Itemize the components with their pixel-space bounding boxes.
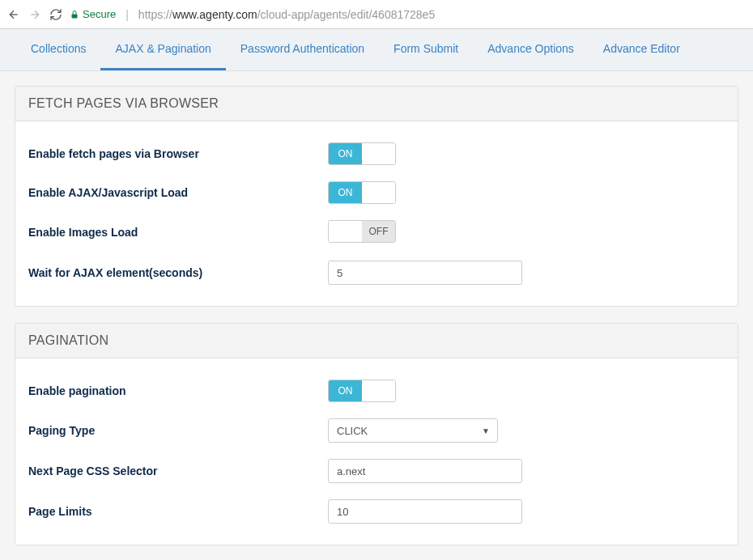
tab-form-submit[interactable]: Form Submit xyxy=(379,29,473,70)
row-page-limits: Page Limits xyxy=(28,491,725,532)
label-next-css: Next Page CSS Selector xyxy=(28,465,328,477)
panel-body-fetch: Enable fetch pages via Browser ON Enable… xyxy=(15,121,738,306)
panel-header-pagination: PAGINATION xyxy=(15,324,738,358)
toggle-on-label: ON xyxy=(329,143,362,164)
panel-pagination: PAGINATION Enable pagination ON Paging T… xyxy=(15,323,738,545)
row-enable-pagination: Enable pagination ON xyxy=(28,371,725,410)
toggle-off-label: OFF xyxy=(362,221,395,242)
row-next-css: Next Page CSS Selector xyxy=(28,451,725,491)
input-next-css[interactable] xyxy=(328,459,522,483)
label-page-limits: Page Limits xyxy=(28,505,328,518)
lock-icon xyxy=(70,10,79,19)
row-wait-ajax: Wait for AJAX element(seconds) xyxy=(28,252,725,293)
url-divider: | xyxy=(126,8,129,21)
row-enable-ajax: Enable AJAX/Javascript Load ON xyxy=(28,173,725,212)
tab-password-authentication[interactable]: Password Authentication xyxy=(226,29,379,70)
tabs-bar: Collections AJAX & Pagination Password A… xyxy=(0,29,753,71)
input-wait-ajax[interactable] xyxy=(328,261,522,285)
tab-ajax-pagination[interactable]: AJAX & Pagination xyxy=(100,29,225,70)
row-enable-browser: Enable fetch pages via Browser ON xyxy=(28,134,725,173)
url-path: /cloud-app/agents/edit/46081728e5 xyxy=(257,8,436,21)
url-prefix: https:// xyxy=(138,8,172,21)
forward-icon[interactable] xyxy=(28,7,42,22)
label-wait-ajax: Wait for AJAX element(seconds) xyxy=(28,266,328,279)
toggle-enable-ajax[interactable]: ON xyxy=(328,181,396,204)
toggle-enable-pagination[interactable]: ON xyxy=(328,380,396,402)
tab-advance-options[interactable]: Advance Options xyxy=(473,29,589,70)
label-enable-pagination: Enable pagination xyxy=(28,384,328,397)
row-enable-images: Enable Images Load OFF xyxy=(28,212,725,252)
toggle-on-label: ON xyxy=(329,380,362,401)
url-bar[interactable]: https://www.agenty.com/cloud-app/agents/… xyxy=(138,8,747,21)
tab-collections[interactable]: Collections xyxy=(16,29,100,70)
toggle-enable-images[interactable]: OFF xyxy=(328,220,396,243)
panel-header-fetch: FETCH PAGES VIA BROWSER xyxy=(15,87,738,121)
svg-rect-0 xyxy=(72,14,78,18)
label-enable-images: Enable Images Load xyxy=(28,226,328,239)
label-enable-browser: Enable fetch pages via Browser xyxy=(28,147,328,160)
url-host: www.agenty.com xyxy=(172,8,257,21)
reload-icon[interactable] xyxy=(49,7,63,22)
select-paging-type[interactable]: CLICK xyxy=(328,418,498,443)
toggle-enable-browser[interactable]: ON xyxy=(328,142,396,165)
back-icon[interactable] xyxy=(6,7,21,22)
toggle-on-label: ON xyxy=(329,182,362,203)
panel-body-pagination: Enable pagination ON Paging Type CLICK ▼ xyxy=(15,358,738,545)
row-paging-type: Paging Type CLICK ▼ xyxy=(28,410,725,451)
input-page-limits[interactable] xyxy=(328,499,522,524)
label-paging-type: Paging Type xyxy=(28,424,328,437)
tab-advance-editor[interactable]: Advance Editor xyxy=(589,29,695,70)
browser-chrome: Secure | https://www.agenty.com/cloud-ap… xyxy=(0,0,753,29)
panel-fetch-browser: FETCH PAGES VIA BROWSER Enable fetch pag… xyxy=(15,86,738,307)
label-enable-ajax: Enable AJAX/Javascript Load xyxy=(28,186,328,199)
secure-label: Secure xyxy=(83,8,116,20)
content-area: FETCH PAGES VIA BROWSER Enable fetch pag… xyxy=(0,71,753,560)
secure-indicator: Secure xyxy=(70,8,116,20)
